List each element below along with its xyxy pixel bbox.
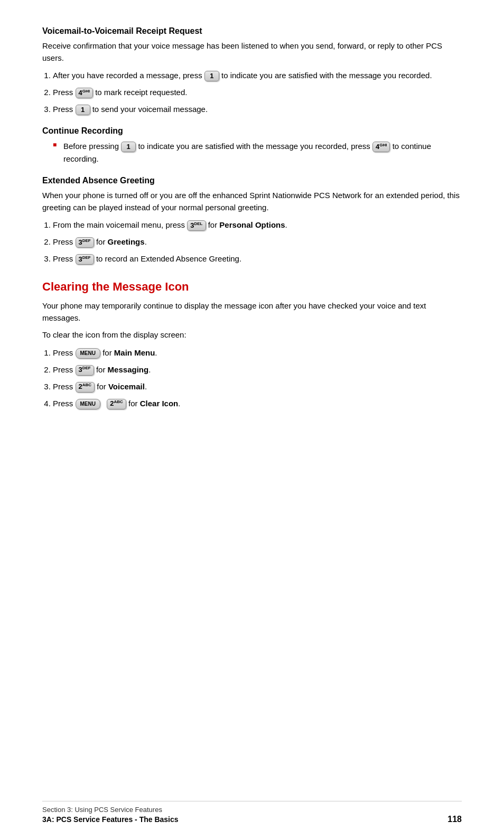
footer-page-number: 118: [447, 815, 462, 824]
ext-step1-bold: Personal Options: [219, 220, 285, 229]
clear-step1-before: Press: [53, 348, 73, 357]
clearing-intro1: Your phone may temporarily continue to d…: [42, 300, 462, 324]
clear-step3-period: .: [145, 382, 147, 391]
clear-step3-before: Press: [53, 382, 73, 391]
clear-step4-for: for: [128, 399, 140, 408]
key-2abc-b-button: 2ABC: [107, 399, 126, 409]
extended-absence-steps: From the main voicemail menu, press 3DEL…: [53, 219, 462, 265]
key-3def-c-button: 3DEF: [76, 365, 94, 376]
voicemail-receipt-steps: After you have recorded a message, press…: [53, 69, 462, 116]
key-menu-b-button: MENU: [76, 399, 100, 409]
bullet1-text-before: Before pressing: [63, 142, 119, 151]
step1-text-before: After you have recorded a message, press: [53, 71, 202, 80]
ext-step-1: From the main voicemail menu, press 3DEL…: [53, 219, 462, 231]
clear-step-2: Press 3DEF for Messaging.: [53, 363, 462, 376]
step-3: Press 1 to send your voicemail message.: [53, 103, 462, 116]
page-content: Voicemail-to-Voicemail Receipt Request R…: [0, 0, 504, 458]
clear-step-4: Press MENU 2ABC for Clear Icon.: [53, 397, 462, 410]
clear-step-1: Press MENU for Main Menu.: [53, 347, 462, 359]
key-3def-button: 3DEF: [76, 237, 94, 248]
clear-step2-for: for: [96, 365, 108, 374]
key-2abc-button: 2ABC: [76, 382, 95, 393]
clearing-steps: Press MENU for Main Menu. Press 3DEF for…: [53, 347, 462, 410]
footer-bottom-row: 3A: PCS Service Features - The Basics 11…: [42, 815, 462, 824]
clear-step1-bold: Main Menu: [114, 348, 155, 357]
bullet1-text-middle: to indicate you are satisfied with the m…: [138, 142, 370, 151]
step-2: Press 4GHI to mark receipt requested.: [53, 86, 462, 99]
key-1-button: 1: [204, 71, 219, 81]
extended-absence-intro: When your phone is turned off or you are…: [42, 190, 462, 213]
ext-step2-for: for: [96, 237, 108, 246]
step2-text-before: Press: [53, 88, 73, 97]
clear-step1-for: for: [102, 348, 114, 357]
key-3del-button: 3DEL: [187, 220, 206, 231]
clear-step3-bold: Voicemail: [108, 382, 145, 391]
continue-recording-bullets: Before pressing 1 to indicate you are sa…: [53, 140, 462, 165]
ext-step3-after: to record an Extended Absence Greeting.: [96, 254, 241, 263]
clear-step4-before: Press: [53, 399, 73, 408]
clear-step2-period: .: [148, 365, 151, 374]
page-footer: Section 3: Using PCS Service Features 3A…: [42, 801, 462, 824]
ext-step3-before: Press: [53, 254, 73, 263]
ext-step1-before: From the main voicemail menu, press: [53, 220, 185, 229]
key-1b-button: 1: [76, 105, 90, 115]
clear-step1-period: .: [155, 348, 157, 357]
step1-text-after: to indicate you are satisfied with the m…: [221, 71, 432, 80]
clear-step4-bold: Clear Icon: [140, 399, 179, 408]
clear-step2-bold: Messaging: [108, 365, 149, 374]
clear-step4-period: .: [178, 399, 180, 408]
clearing-icon-heading: Clearing the Message Icon: [42, 280, 462, 294]
voicemail-receipt-intro: Receive confirmation that your voice mes…: [42, 40, 462, 64]
key-4ghi-button: 4GHI: [76, 88, 93, 98]
ext-step2-period: .: [145, 237, 147, 246]
key-3def-b-button: 3DEF: [76, 254, 94, 265]
key-1c-button: 1: [121, 142, 136, 152]
voicemail-receipt-heading: Voicemail-to-Voicemail Receipt Request: [42, 26, 462, 36]
step3-text-before: Press: [53, 105, 73, 114]
clear-step3-for: for: [97, 382, 108, 391]
bullet-1: Before pressing 1 to indicate you are sa…: [53, 140, 462, 165]
clear-step2-before: Press: [53, 365, 73, 374]
footer-chapter-label: 3A: PCS Service Features - The Basics: [42, 815, 179, 824]
ext-step2-bold: Greetings: [108, 237, 145, 246]
ext-step1-for: for: [208, 220, 220, 229]
ext-step2-before: Press: [53, 237, 73, 246]
step-1: After you have recorded a message, press…: [53, 69, 462, 82]
continue-recording-heading: Continue Recording: [42, 126, 462, 136]
clear-step-3: Press 2ABC for Voicemail.: [53, 380, 462, 393]
clearing-intro2: To clear the icon from the display scree…: [42, 329, 462, 341]
key-menu-button: MENU: [76, 348, 100, 359]
step2-text-after: to mark receipt requested.: [95, 88, 187, 97]
footer-section-label: Section 3: Using PCS Service Features: [42, 806, 462, 814]
ext-step-2: Press 3DEF for Greetings.: [53, 236, 462, 248]
extended-absence-heading: Extended Absence Greeting: [42, 176, 462, 185]
key-4ghi-b-button: 4GHI: [372, 142, 390, 152]
ext-step1-period: .: [285, 220, 287, 229]
ext-step-3: Press 3DEF to record an Extended Absence…: [53, 253, 462, 265]
step3-text-after: to send your voicemail message.: [92, 105, 208, 114]
